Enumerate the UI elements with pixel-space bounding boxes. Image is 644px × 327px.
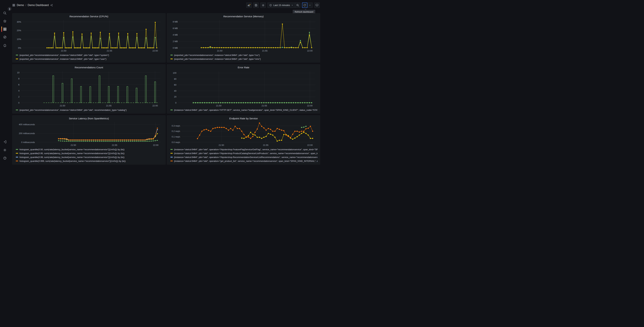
svg-text:21:55: 21:55 (107, 50, 112, 52)
search-minus-icon (296, 4, 299, 7)
sidebar-expand-button[interactable]: ❯ (8, 7, 12, 11)
breadcrumb-dashboard[interactable]: Demo Dashboard (28, 4, 49, 7)
legend-item[interactable]: {instance="otelcol:9464", job="otel", op… (170, 108, 318, 112)
legend-item[interactable]: {exported_job="recommendationservice", i… (15, 108, 163, 112)
sidebar-item-configuration[interactable] (0, 147, 10, 154)
svg-text:0: 0 (18, 102, 20, 104)
timeseries-chart[interactable]: 024681021:5021:5522:00 (15, 70, 163, 108)
zoom-out-time-button[interactable] (295, 2, 300, 8)
svg-text:10: 10 (17, 71, 20, 74)
legend-item[interactable]: histogram_quantile(0.95, sum(rate(latenc… (15, 152, 163, 155)
svg-text:22:00: 22:00 (307, 50, 313, 52)
refresh-dashboard-button[interactable] (302, 2, 308, 8)
legend-item[interactable]: histogram_quantile(0.999, sum(rate(laten… (15, 159, 163, 163)
svg-text:21:50: 21:50 (218, 144, 224, 146)
svg-text:22:00: 22:00 (153, 144, 158, 146)
sign-in-icon (3, 140, 7, 144)
star-icon (3, 19, 7, 23)
series-swatch (16, 157, 18, 158)
legend-item[interactable]: {instance="otelcol:9464", job="otel", op… (170, 152, 318, 155)
svg-text:40: 40 (174, 90, 176, 92)
panel-recommendation-cpu: Recommendation Service (CPU%) 0%10%20%30… (12, 13, 166, 62)
series-swatch (170, 157, 173, 158)
legend-item[interactable]: histogram_quantile(0.99, sum(rate(latenc… (15, 155, 163, 159)
series-swatch (170, 55, 173, 56)
legend-item[interactable]: histogram_quantile(0.50, sum(rate(latenc… (15, 148, 163, 152)
svg-text:4 MB: 4 MB (173, 34, 178, 36)
svg-text:21:50: 21:50 (216, 104, 222, 107)
sidebar (0, 0, 10, 164)
gear-icon (3, 148, 7, 152)
panel-title[interactable]: Recommendations Count (15, 65, 163, 70)
series-swatch (16, 153, 18, 154)
sidebar-item-sign-in[interactable] (0, 138, 10, 145)
monitor-icon (316, 4, 318, 7)
compass-icon (3, 35, 7, 39)
timeseries-chart[interactable]: 0 MB2 MB4 MB6 MB8 MB21:5021:5522:00 (170, 19, 318, 53)
share-icon[interactable] (50, 4, 53, 6)
series-swatch (16, 110, 18, 110)
svg-text:0: 0 (175, 102, 176, 104)
dashboards-grid-icon (3, 27, 7, 31)
refresh-icon (303, 4, 306, 7)
panel-title[interactable]: Recommendation Service (Memory) (170, 14, 318, 19)
sidebar-item-explore[interactable] (0, 34, 10, 40)
gear-icon (262, 4, 265, 7)
svg-text:22:00: 22:00 (307, 144, 313, 146)
panel-title[interactable]: Endpoint Rate by Service (170, 116, 318, 121)
sidebar-item-alerting[interactable] (0, 42, 10, 49)
time-range-label: Last 15 minutes (273, 4, 290, 6)
panel-error-rate: Error Rate 02040608010021:5021:5522:00 {… (167, 64, 320, 114)
legend-item[interactable]: {exported_job="recommendationservice", i… (170, 57, 318, 61)
legend-item[interactable]: {instance="otelcol:9464", job="otel", op… (170, 155, 318, 159)
series-swatch (170, 161, 173, 161)
svg-text:21:55: 21:55 (112, 144, 117, 146)
breadcrumb-folder[interactable]: Demo (17, 4, 24, 7)
svg-text:8 MB: 8 MB (173, 20, 178, 23)
legend-item[interactable]: {exported_job="recommendationservice", i… (15, 57, 163, 61)
panel-title[interactable]: Error Rate (170, 65, 318, 70)
time-range-picker[interactable]: Last 15 minutes (268, 2, 295, 8)
svg-text:20%: 20% (17, 29, 21, 32)
kiosk-mode-button[interactable] (314, 2, 320, 8)
legend: {exported_job="recommendationservice", i… (15, 53, 163, 61)
panel-recommendations-count: Recommendations Count 024681021:5021:552… (12, 64, 166, 114)
time-controls: Last 15 minutes (268, 2, 300, 8)
sidebar-item-starred[interactable] (0, 18, 10, 24)
svg-text:21:50: 21:50 (61, 50, 66, 52)
legend-item[interactable]: {instance="otelcol:9464", job="otel", op… (170, 148, 318, 152)
timeseries-chart[interactable]: 02040608010021:5021:5522:00 (170, 70, 318, 108)
svg-text:80: 80 (174, 78, 176, 80)
series-swatch (16, 55, 18, 56)
dashboard-toolbar: Last 15 minutes (246, 2, 320, 8)
legend-item[interactable]: {instance="otelcol:9464", job="otel", op… (170, 159, 318, 163)
timeseries-chart[interactable]: 0%10%20%30%21:5021:5522:00 (15, 19, 163, 53)
svg-text:20: 20 (174, 96, 176, 98)
dashboard-settings-button[interactable] (260, 2, 266, 8)
legend-item[interactable]: {exported_job="recommendationservice", i… (15, 53, 163, 57)
save-icon (254, 4, 258, 7)
legend-item[interactable]: {exported_job="recommendationservice", i… (170, 53, 318, 57)
legend: {instance="otelcol:9464", job="otel", op… (170, 108, 318, 112)
svg-text:60: 60 (174, 84, 176, 86)
panel-title[interactable]: Service Latency (from SpanMetrics) (15, 116, 163, 121)
timeseries-chart[interactable]: 0.0 req/s0.1 req/s0.2 req/s0.3 req/s21:5… (170, 121, 318, 147)
svg-text:10%: 10% (17, 38, 21, 40)
svg-text:22:00: 22:00 (152, 104, 158, 107)
sidebar-item-dashboards[interactable] (0, 26, 10, 32)
panel-title[interactable]: Recommendation Service (CPU%) (15, 14, 163, 19)
svg-text:0.1 req/s: 0.1 req/s (172, 136, 180, 138)
panel-service-latency: Service Latency (from SpanMetrics) 0 mil… (12, 115, 166, 164)
svg-text:6: 6 (18, 84, 20, 86)
sidebar-item-help[interactable] (0, 155, 10, 162)
refresh-interval-dropdown[interactable] (307, 2, 312, 8)
add-panel-button[interactable] (246, 2, 252, 8)
svg-text:22:00: 22:00 (307, 104, 312, 107)
save-dashboard-button[interactable] (253, 2, 259, 8)
svg-text:400 milliseconds: 400 milliseconds (19, 123, 35, 126)
breadcrumb-separator: / (26, 4, 26, 6)
sidebar-item-search[interactable] (0, 10, 10, 16)
timeseries-chart[interactable]: 0 milliseconds200 milliseconds400 millis… (15, 121, 163, 147)
refresh-controls (302, 2, 312, 8)
svg-text:22:00: 22:00 (152, 50, 158, 52)
